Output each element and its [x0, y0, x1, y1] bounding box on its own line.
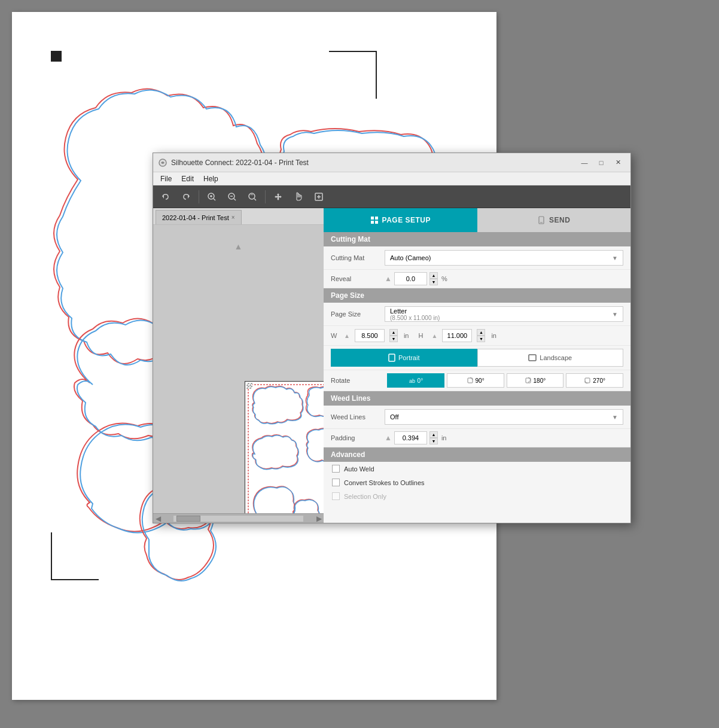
h-slider-icon[interactable]: ▲ — [431, 333, 437, 339]
document-tab[interactable]: 2022-01-04 - Print Test × — [156, 210, 242, 224]
main-content: 2022-01-04 - Print Test × ▲ — [153, 208, 630, 523]
page-corner-tl — [246, 383, 252, 389]
height-input[interactable] — [442, 329, 472, 342]
padding-label: Padding — [331, 434, 385, 441]
corner-marker-tr-v — [376, 51, 377, 99]
scroll-left-btn[interactable]: ◀ — [153, 514, 163, 523]
scrollbar-track-h[interactable] — [173, 516, 303, 522]
section-cutting-mat: Cutting Mat — [324, 232, 630, 246]
rotate-180-btn[interactable]: 180° — [507, 373, 564, 388]
section-page-size: Page Size — [324, 288, 630, 303]
h-label: H — [418, 332, 426, 339]
horizontal-scrollbar[interactable]: ◀ ▶ — [153, 513, 324, 523]
app-icon — [158, 158, 167, 167]
portrait-btn[interactable]: Portrait — [331, 349, 477, 367]
reveal-input-wrap: ▲ ▼ % — [394, 272, 447, 285]
selection-only-row: Selection Only — [324, 489, 630, 503]
app-window: Silhouette Connect: 2022-01-04 - Print T… — [153, 153, 631, 523]
height-up[interactable]: ▲ — [477, 329, 485, 336]
padding-arrows: ▲ ▼ — [429, 431, 438, 444]
scroll-right-btn[interactable]: ▶ — [314, 514, 324, 523]
landscape-label: Landscape — [540, 354, 572, 361]
move-button[interactable] — [269, 188, 287, 205]
redo-button[interactable] — [177, 188, 195, 205]
landscape-btn[interactable]: Landscape — [477, 349, 624, 367]
selection-only-checkbox[interactable] — [332, 492, 340, 500]
reveal-input[interactable] — [394, 272, 427, 285]
rotate-0-btn[interactable]: ab 0° — [387, 373, 444, 388]
padding-down[interactable]: ▼ — [429, 438, 438, 444]
scroll-arrow-up[interactable]: ▲ — [234, 242, 243, 251]
add-button[interactable] — [310, 188, 328, 205]
window-title: Silhouette Connect: 2022-01-04 - Print T… — [171, 159, 577, 167]
page-size-arrow: ▼ — [612, 311, 618, 318]
page-shapes-svg — [245, 382, 324, 513]
padding-up[interactable]: ▲ — [429, 431, 438, 438]
svg-rect-18 — [375, 217, 378, 220]
page-size-dropdown[interactable]: Letter (8.500 x 11.000 in) ▼ — [385, 306, 623, 322]
page-size-label: Page Size — [331, 310, 385, 318]
rotate-180-label: 180° — [534, 377, 546, 384]
height-down[interactable]: ▼ — [477, 336, 485, 342]
cutting-mat-row: Cutting Mat Auto (Cameo) ▼ — [324, 246, 630, 270]
reveal-slider-icon[interactable]: ▲ — [385, 275, 392, 283]
auto-weld-checkbox[interactable] — [332, 465, 340, 473]
tab-send[interactable]: SEND — [477, 208, 631, 232]
tab-page-setup[interactable]: PAGE SETUP — [324, 208, 477, 232]
hand-button[interactable] — [290, 188, 307, 205]
portrait-icon — [388, 354, 395, 362]
portrait-label: Portrait — [398, 354, 419, 361]
zoom-out-button[interactable] — [223, 188, 241, 205]
scrollbar-thumb-h[interactable] — [176, 516, 200, 522]
rotate-90-btn[interactable]: 90° — [447, 373, 504, 388]
weed-lines-value: Off — [390, 413, 398, 421]
weed-lines-dropdown[interactable]: Off ▼ — [385, 409, 623, 425]
reveal-down[interactable]: ▼ — [429, 279, 438, 285]
maximize-button[interactable]: □ — [593, 157, 609, 169]
page-canvas — [245, 381, 324, 513]
rotate-90-label: 90° — [476, 377, 485, 384]
minimize-button[interactable]: — — [577, 157, 592, 169]
auto-weld-label: Auto Weld — [344, 465, 374, 473]
w-slider-icon[interactable]: ▲ — [344, 333, 350, 339]
phone-icon — [537, 216, 546, 224]
width-arrows: ▲ ▼ — [389, 329, 398, 342]
menu-help[interactable]: Help — [199, 173, 223, 184]
zoom-in-button[interactable] — [203, 188, 221, 205]
width-down[interactable]: ▼ — [389, 336, 398, 342]
canvas-area[interactable]: ▲ — [153, 225, 324, 513]
svg-rect-20 — [375, 221, 378, 224]
convert-strokes-checkbox[interactable] — [332, 479, 340, 486]
zoom-fit-button[interactable] — [243, 188, 261, 205]
svg-line-6 — [214, 199, 215, 200]
width-up[interactable]: ▲ — [389, 329, 398, 336]
cutting-mat-dropdown[interactable]: Auto (Cameo) ▼ — [385, 250, 623, 266]
tab-close-btn[interactable]: × — [231, 214, 235, 221]
weed-lines-row: Weed Lines Off ▼ — [324, 406, 630, 429]
title-bar: Silhouette Connect: 2022-01-04 - Print T… — [153, 153, 630, 172]
padding-slider-icon[interactable]: ▲ — [385, 434, 392, 442]
menu-edit[interactable]: Edit — [176, 173, 199, 184]
tab-label: 2022-01-04 - Print Test — [162, 214, 229, 221]
corner-marker-tr-h — [329, 51, 377, 52]
convert-strokes-row: Convert Strokes to Outlines — [324, 476, 630, 489]
weed-lines-arrow: ▼ — [612, 414, 618, 421]
corner-marker-bl-v — [51, 532, 52, 580]
reveal-up[interactable]: ▲ — [429, 272, 438, 279]
width-input[interactable] — [355, 329, 385, 342]
reveal-unit: % — [441, 275, 447, 282]
undo-button[interactable] — [157, 188, 175, 205]
menu-file[interactable]: File — [156, 173, 176, 184]
rotate-0-icon: ab — [409, 377, 416, 384]
padding-unit: in — [441, 434, 447, 441]
padding-input[interactable] — [394, 431, 427, 444]
cutting-mat-label: Cutting Mat — [331, 254, 385, 261]
rotate-270-btn[interactable]: 270° — [566, 373, 623, 388]
rotate-180-icon — [525, 377, 532, 384]
section-weed-lines: Weed Lines — [324, 391, 630, 406]
reveal-label: Reveal — [331, 275, 385, 282]
weed-lines-control: Off ▼ — [385, 409, 623, 425]
close-button[interactable]: ✕ — [610, 157, 626, 169]
height-arrows: ▲ ▼ — [477, 329, 485, 342]
section-advanced: Advanced — [324, 447, 630, 462]
